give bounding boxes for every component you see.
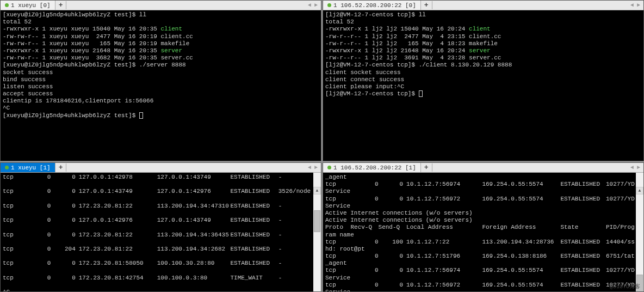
pane-top-left: 1 xueyu [0] + ◄ ► [xueyu@iZ0jlg5ndp4uhkl… — [0, 0, 321, 161]
table-row: tcp0010.1.12.7:56972169.254.0.55:5574EST… — [325, 282, 641, 289]
tab-nav-left-icon[interactable]: ◄ — [307, 165, 312, 171]
table-row: tcp0010.1.12.7:56974169.254.0.55:5574EST… — [325, 267, 641, 274]
table-row: tcp00172.23.20.81:22113.200.194.34:36435… — [3, 232, 319, 239]
add-tab-button[interactable]: + — [55, 1, 67, 9]
scroll-up-icon[interactable]: ▲ — [313, 187, 321, 194]
scroll-thumb[interactable] — [314, 210, 320, 232]
status-dot-icon — [5, 3, 9, 7]
tab-bar: 1 xueyu [0] + ◄ ► — [1, 1, 321, 10]
tab-label: 1 xueyu [1] — [11, 165, 51, 171]
table-row: tcp00172.23.20.81:42754100.100.0.3:80TIM… — [3, 275, 319, 282]
table-row: tcp00127.0.0.1:42976127.0.0.1:43749ESTAB… — [3, 217, 319, 224]
table-row: tcp0204172.23.20.81:22113.200.194.34:268… — [3, 246, 319, 253]
tab-nav-left-icon[interactable]: ◄ — [629, 165, 635, 171]
tab-nav-right-icon[interactable]: ► — [313, 165, 319, 171]
tab-bar: 1 106.52.208.200:22 [1] + ◄ ► — [323, 163, 643, 173]
tab-session[interactable]: 1 xueyu [0] — [1, 1, 55, 10]
table-row: tcp00127.0.0.1:42978127.0.0.1:43749ESTAB… — [3, 174, 319, 181]
tab-nav-right-icon[interactable]: ► — [636, 2, 641, 8]
add-tab-button[interactable]: + — [55, 163, 67, 172]
tab-session[interactable]: 1 106.52.208.200:22 [1] — [323, 163, 421, 172]
tab-session[interactable]: 1 106.52.208.200:22 [0] — [323, 1, 421, 10]
table-row: tcp00127.0.0.1:43749127.0.0.1:42976ESTAB… — [3, 188, 319, 195]
tab-label: 1 106.52.208.200:22 [0] — [333, 2, 416, 9]
pane-top-right: 1 106.52.208.200:22 [0] + ◄ ► [lj2@VM-12… — [323, 0, 644, 161]
tab-bar: 1 xueyu [1] + ◄ ► — [1, 163, 321, 173]
tab-nav-left-icon[interactable]: ◄ — [629, 2, 635, 8]
table-row: tcp00172.23.20.81:58050100.100.30.28:80E… — [3, 260, 319, 267]
table-row: tcp00172.23.20.81:22113.200.194.34:47310… — [3, 203, 319, 210]
tab-bar: 1 106.52.208.200:22 [0] + ◄ ► — [323, 1, 643, 10]
tab-nav-right-icon[interactable]: ► — [313, 2, 319, 8]
status-dot-icon — [327, 166, 331, 169]
scrollbar[interactable]: ▲ — [636, 173, 643, 291]
table-row: tcp010010.1.12.7:22113.200.194.34:28736E… — [325, 239, 641, 246]
status-dot-icon — [5, 166, 9, 169]
table-row: tcp0010.1.12.7:56974169.254.0.55:5574EST… — [325, 181, 641, 188]
terminal-output[interactable]: _agenttcp0010.1.12.7:56974169.254.0.55:5… — [323, 173, 643, 291]
watermark: @51CTO博客 — [610, 284, 640, 290]
tab-label: 1 106.52.208.200:22 [1] — [333, 165, 416, 171]
table-row: tcp0010.1.12.7:56972169.254.0.55:5574EST… — [325, 196, 641, 203]
status-dot-icon — [327, 3, 331, 7]
terminal-output[interactable]: [xueyu@iZ0jlg5ndp4uhklwpb6lzyZ test]$ ll… — [1, 10, 321, 161]
add-tab-button[interactable]: + — [421, 163, 432, 172]
pane-bottom-left: 1 xueyu [1] + ◄ ► tcp00127.0.0.1:4297812… — [0, 162, 321, 292]
pane-bottom-right: 1 106.52.208.200:22 [1] + ◄ ► _agenttcp0… — [323, 162, 644, 292]
tab-label: 1 xueyu [0] — [11, 2, 51, 9]
terminal-output[interactable]: [lj2@VM-12-7-centos tcp]$ lltotal 52-rwx… — [323, 10, 643, 161]
add-tab-button[interactable]: + — [421, 1, 432, 9]
tab-nav-left-icon[interactable]: ◄ — [307, 2, 312, 8]
table-row: tcp0010.1.12.7:51796169.254.0.138:8186ES… — [325, 253, 641, 260]
terminal-output[interactable]: tcp00127.0.0.1:42978127.0.0.1:43749ESTAB… — [1, 173, 321, 291]
scrollbar[interactable]: ▲ — [313, 173, 321, 291]
tab-nav-right-icon[interactable]: ► — [636, 165, 641, 171]
scroll-up-icon[interactable]: ▲ — [636, 187, 643, 194]
tab-session[interactable]: 1 xueyu [1] — [1, 163, 55, 172]
